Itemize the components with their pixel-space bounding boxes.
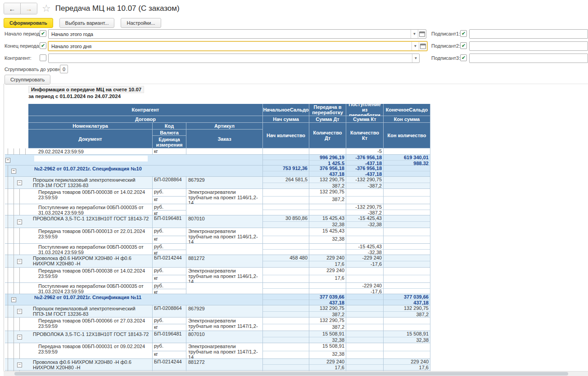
period-start-calendar-button[interactable] bbox=[418, 30, 426, 38]
group-level-input[interactable]: 0 bbox=[60, 65, 68, 73]
counterparty-checkbox[interactable] bbox=[40, 54, 46, 61]
period-end-checkbox[interactable]: ✔ bbox=[40, 42, 46, 49]
collapse-toggle-icon[interactable]: − bbox=[11, 169, 16, 174]
article-cell: 867929 bbox=[186, 305, 263, 317]
code-currency-cell: руб.кг bbox=[153, 244, 186, 255]
n2-top-value bbox=[309, 148, 346, 154]
group-cell: №2-2962 от 01.07.2021г. Спецификация №11 bbox=[28, 294, 263, 305]
n2-top-value: 376 956,18 bbox=[309, 166, 346, 171]
n1-bottom-value bbox=[263, 365, 309, 370]
tree-line bbox=[8, 166, 8, 177]
collapse-toggle-icon[interactable]: − bbox=[5, 158, 10, 163]
collapse-toggle-icon[interactable]: − bbox=[11, 297, 16, 302]
page-title: Передача МЦ на 10.07 (С заказом) bbox=[55, 4, 180, 13]
tree-slot bbox=[17, 228, 23, 243]
n1-cell bbox=[263, 244, 309, 255]
tree-gutter bbox=[5, 148, 28, 154]
counterparty-field[interactable]: ▼ bbox=[48, 54, 420, 63]
currency-rub: руб. bbox=[153, 244, 186, 250]
period-end-field[interactable]: Начало этого дня ▼ bbox=[48, 41, 428, 51]
n4-cell: 229 24017,6 bbox=[384, 359, 430, 370]
col-opening-sum: Нач сумма bbox=[263, 116, 309, 123]
tree-gutter bbox=[5, 283, 28, 294]
forward-button[interactable]: → bbox=[20, 3, 37, 14]
collapse-toggle-icon[interactable]: − bbox=[17, 363, 22, 367]
n3-cell: -229 240-17,6 bbox=[346, 283, 384, 294]
n1-cell bbox=[263, 204, 309, 215]
counterparty-value bbox=[49, 54, 412, 63]
col-debit-sum: Сумма Дт bbox=[309, 116, 346, 123]
col-receipt: Поступление из переработки bbox=[346, 104, 384, 116]
col-closing-qty: Кон количество bbox=[384, 123, 430, 148]
period-start-dropdown-button[interactable]: ▼ bbox=[411, 30, 418, 38]
n4-bottom-value: 988,32 bbox=[384, 161, 430, 165]
n3-top-value bbox=[346, 331, 383, 337]
calendar-icon bbox=[419, 31, 425, 37]
tree-slot bbox=[5, 189, 11, 204]
tree-line bbox=[14, 305, 14, 318]
n3-cell bbox=[346, 343, 384, 358]
period-start-checkbox[interactable]: ✔ bbox=[40, 30, 46, 37]
tree-slot bbox=[5, 283, 11, 294]
forward-arrow-icon: → bbox=[26, 5, 32, 13]
table-row: −№2-2962 от 01.07.2021г. Спецификация №1… bbox=[5, 166, 430, 177]
col-code: Код bbox=[153, 123, 186, 130]
tree-line bbox=[14, 177, 14, 189]
tree-slot bbox=[11, 331, 17, 343]
horizontal-scrollbar[interactable] bbox=[4, 371, 588, 376]
currency-rub: руб. bbox=[153, 318, 186, 324]
favorite-star-icon[interactable]: ☆ bbox=[42, 4, 51, 13]
signer1-checkbox[interactable]: ✔ bbox=[460, 30, 467, 37]
code-currency-cell: БП-0214244 bbox=[153, 359, 186, 370]
group-button[interactable]: Сгруппировать bbox=[5, 75, 50, 85]
back-button[interactable]: ← bbox=[4, 3, 20, 14]
tree-gutter bbox=[5, 268, 28, 282]
code-currency-cell: кг bbox=[153, 148, 186, 154]
generate-button[interactable]: Сформировать bbox=[4, 18, 53, 28]
n4-cell bbox=[384, 343, 430, 358]
tree-slot bbox=[5, 228, 11, 243]
collapse-toggle-icon[interactable]: − bbox=[17, 180, 22, 185]
collapse-toggle-icon[interactable]: − bbox=[17, 259, 22, 264]
row-cells: Поступление из переработки 00БП-000035 о… bbox=[28, 283, 430, 294]
signer3-field[interactable] bbox=[469, 54, 588, 63]
counterparty-dropdown-button[interactable]: ▼ bbox=[412, 54, 419, 63]
code-value: БП-0196481 bbox=[153, 331, 186, 343]
period-end-dropdown-button[interactable]: ▼ bbox=[412, 42, 419, 50]
row-cells: Проволока ф0.6 НИХРОМ Х20Н80 -Н ф0.6 НИХ… bbox=[28, 255, 430, 267]
choose-variant-button[interactable]: Выбрать вариант... bbox=[59, 18, 115, 28]
n1-bottom-value bbox=[263, 236, 309, 244]
period-start-field[interactable]: Начало этого года ▼ bbox=[48, 29, 426, 39]
n1-top-value bbox=[263, 359, 309, 365]
scrollbar-thumb[interactable] bbox=[14, 372, 568, 376]
table-row: Поступление из переработки 00БП-000035 о… bbox=[5, 204, 430, 215]
signer1-field[interactable] bbox=[469, 29, 588, 39]
tree-slot bbox=[17, 268, 23, 282]
tree-line bbox=[19, 244, 20, 255]
report-period: за период с 01.01.2024 по 24.07.2024 bbox=[28, 94, 121, 99]
currency-rub: руб. bbox=[153, 204, 186, 210]
signer3-checkbox[interactable]: ✔ bbox=[460, 54, 467, 61]
n3-cell bbox=[346, 359, 384, 370]
table-row: Передача товаров 00БП-000013 от 22.01.20… bbox=[5, 228, 430, 244]
tree-gutter bbox=[5, 204, 28, 215]
n1-bottom-value bbox=[263, 351, 309, 359]
n1-top-value bbox=[263, 294, 309, 300]
n4-top-value bbox=[384, 215, 430, 222]
signer2-checkbox[interactable]: ✔ bbox=[460, 42, 467, 49]
n4-top-value bbox=[384, 343, 430, 351]
n3-bottom-value: -32,38 bbox=[346, 222, 383, 228]
settings-button[interactable]: Настройки... bbox=[121, 18, 161, 28]
n1-cell bbox=[263, 268, 309, 282]
row-cells: Порошок периклазовый электротехнический … bbox=[28, 305, 430, 317]
n2-top-value: 229 240 bbox=[309, 359, 346, 365]
period-end-calendar-button[interactable] bbox=[419, 42, 427, 50]
signer2-field[interactable] bbox=[469, 41, 588, 51]
table-row: 29.02.2024 23:59:59кг-5 bbox=[5, 148, 430, 155]
collapse-toggle-icon[interactable]: − bbox=[17, 309, 22, 314]
collapse-toggle-icon[interactable]: − bbox=[17, 219, 22, 224]
n2-top-value: 132 290,75 bbox=[309, 305, 346, 312]
collapse-toggle-icon[interactable]: − bbox=[17, 335, 22, 340]
n4-top-value: 15 508,91 bbox=[384, 331, 430, 337]
tree-slot bbox=[11, 215, 17, 228]
